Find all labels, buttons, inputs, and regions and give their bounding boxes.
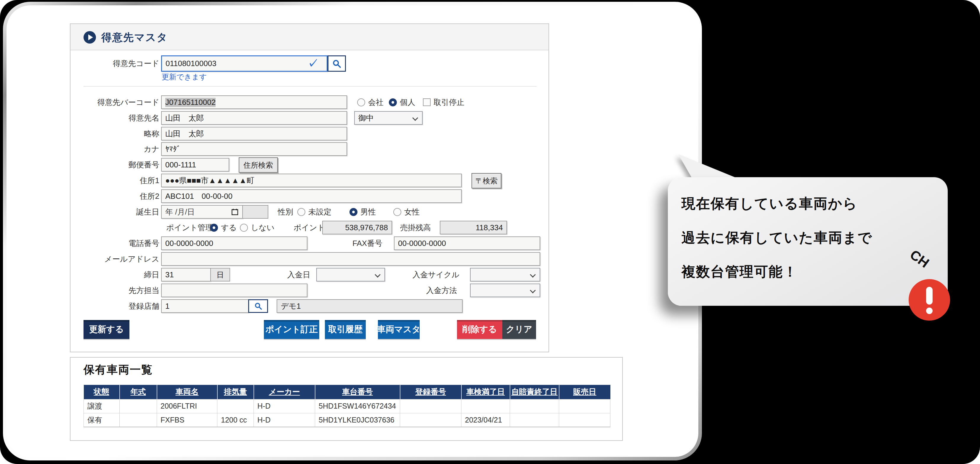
play-icon <box>84 31 96 43</box>
gender-male-radio[interactable]: 男性 <box>350 205 376 218</box>
radio-selected-icon <box>210 224 218 232</box>
address2-input[interactable]: ABC101 00-00-00 <box>161 189 462 203</box>
store-search-button[interactable] <box>248 299 268 313</box>
honorific-select[interactable]: 御中 <box>354 111 423 125</box>
receivable-value-field: 118,334 <box>440 221 507 234</box>
cell-maker: H-D <box>254 399 315 413</box>
cell-status: 保有 <box>84 413 120 427</box>
customer-code-input[interactable]: 011080100003 <box>161 56 328 72</box>
exclamation-icon <box>908 279 950 320</box>
fax-input[interactable]: 00-0000-0000 <box>394 236 540 250</box>
postal-input[interactable]: 000-1111 <box>161 158 229 172</box>
point-manage-label: ポイント管理 <box>166 221 213 234</box>
col-status[interactable]: 状態 <box>84 385 120 399</box>
col-vin[interactable]: 車台番号 <box>315 385 400 399</box>
point-manage-yes-radio[interactable]: する <box>210 221 237 234</box>
store-name-field: デモ1 <box>277 299 463 313</box>
col-sale-date[interactable]: 販売日 <box>559 385 610 399</box>
cell-model: 2006FLTRI <box>157 399 217 413</box>
radio-selected-icon <box>350 208 358 216</box>
point-value-field: 538,976,788 <box>322 221 392 234</box>
receivable-label: 売掛残高 <box>400 221 431 234</box>
type-company-radio[interactable]: 会社 <box>357 96 383 109</box>
trade-stop-checkbox[interactable]: 取引停止 <box>423 96 465 109</box>
update-note: 更新できます <box>162 72 207 82</box>
closing-day-label: 締日 <box>70 268 159 281</box>
col-year[interactable]: 年式 <box>120 385 157 399</box>
kana-input[interactable]: ﾔﾏﾀﾞ <box>161 142 347 156</box>
cell-displacement <box>217 399 254 413</box>
cell-maker: H-D <box>254 413 315 427</box>
point-label: ポイント <box>293 221 325 234</box>
address-search-button[interactable]: 住所検索 <box>239 157 278 173</box>
cell-year <box>120 399 157 413</box>
birthday-input[interactable]: 年 /月/日 <box>161 205 243 218</box>
callout-line: 複数台管理可能！ <box>681 263 797 281</box>
closing-day-input[interactable]: 31 <box>161 268 211 281</box>
table-row[interactable]: 保有 FXFBS 1200 cc H-D 5HD1YLKE0JC037636 2… <box>84 413 610 427</box>
barcode-label: 得意先バーコード <box>70 96 159 109</box>
address1-label: 住所1 <box>70 174 159 187</box>
address1-input[interactable]: ●●●県■■■市▲▲▲▲▲町 <box>161 174 462 187</box>
postal-search-button[interactable]: 〒検索 <box>471 173 501 188</box>
history-button[interactable]: 取引履歴 <box>325 320 366 339</box>
page-title: 得意先マスタ <box>101 24 168 50</box>
name-input[interactable]: 山田 太郎 <box>161 111 347 125</box>
col-registration[interactable]: 登録番号 <box>400 385 461 399</box>
barcode-value: J07165110002 <box>165 98 216 107</box>
short-name-input[interactable]: 山田 太郎 <box>161 127 347 140</box>
update-button[interactable]: 更新する <box>84 320 129 339</box>
cell-vin: 5HD1YLKE0JC037636 <box>315 413 400 427</box>
cell-year <box>120 413 157 427</box>
contact-label: 先方担当 <box>70 284 159 297</box>
email-input[interactable] <box>161 252 540 266</box>
magnifier-icon <box>254 302 262 310</box>
birthday-spinner-box <box>242 205 268 218</box>
email-label: メールアドレス <box>70 252 159 266</box>
cell-displacement: 1200 cc <box>217 413 254 427</box>
chevron-down-icon <box>412 115 418 121</box>
radio-selected-icon <box>389 98 397 106</box>
calendar-icon <box>231 208 239 216</box>
magnifier-icon <box>332 59 342 69</box>
deposit-day-label: 入金日 <box>278 268 310 281</box>
delete-button[interactable]: 削除する <box>457 320 502 339</box>
gender-label: 性別 <box>278 205 293 218</box>
cell-vin: 5HD1FSW146Y672434 <box>315 399 400 413</box>
vehicle-master-button[interactable]: 車両マスタ <box>378 320 420 339</box>
birthday-label: 誕生日 <box>70 205 159 218</box>
radio-icon <box>240 224 248 232</box>
deposit-method-select[interactable] <box>470 284 540 297</box>
phone-input[interactable]: 00-0000-0000 <box>161 236 307 250</box>
cell-model: FXFBS <box>157 413 217 427</box>
type-individual-radio[interactable]: 個人 <box>389 96 415 109</box>
col-model[interactable]: 車両名 <box>157 385 217 399</box>
col-insurance-expiry[interactable]: 自賠責終了日 <box>510 385 559 399</box>
chevron-down-icon <box>530 287 536 293</box>
barcode-input[interactable]: J07165110002 <box>161 96 347 109</box>
cell-insurance-expiry <box>510 399 559 413</box>
kana-label: カナ <box>70 142 159 156</box>
col-displacement[interactable]: 排気量 <box>217 385 254 399</box>
name-label: 得意先名 <box>70 111 159 125</box>
panel-header: 得意先マスタ <box>70 24 549 50</box>
fax-label: FAX番号 <box>352 236 382 250</box>
contact-input[interactable] <box>161 284 307 297</box>
deposit-cycle-select[interactable] <box>470 268 540 281</box>
customer-code-search-button[interactable] <box>328 56 346 72</box>
vehicles-panel: 保有車両一覧 状態 年式 車両名 排気量 メーカー 車台番号 登録番号 車検満了… <box>70 357 623 441</box>
closing-day-suffix: 日 <box>210 268 230 281</box>
chevron-down-icon <box>375 272 380 277</box>
gender-unset-radio[interactable]: 未設定 <box>298 205 331 218</box>
point-fix-button[interactable]: ポイント訂正 <box>264 320 319 339</box>
clear-button[interactable]: クリア <box>502 320 536 339</box>
gender-female-radio[interactable]: 女性 <box>393 205 420 218</box>
col-maker[interactable]: メーカー <box>254 385 315 399</box>
deposit-method-label: 入金方法 <box>412 284 457 297</box>
point-manage-no-radio[interactable]: しない <box>240 221 275 234</box>
col-inspection-expiry[interactable]: 車検満了日 <box>461 385 510 399</box>
store-code-input[interactable]: 1 <box>161 299 249 313</box>
table-row[interactable]: 譲渡 2006FLTRI H-D 5HD1FSW146Y672434 <box>84 399 610 413</box>
deposit-day-select[interactable] <box>316 268 385 281</box>
screenshot-canvas: 得意先マスタ 得意先コード 011080100003 ✓ 更新できます 得意先バ… <box>0 0 980 464</box>
